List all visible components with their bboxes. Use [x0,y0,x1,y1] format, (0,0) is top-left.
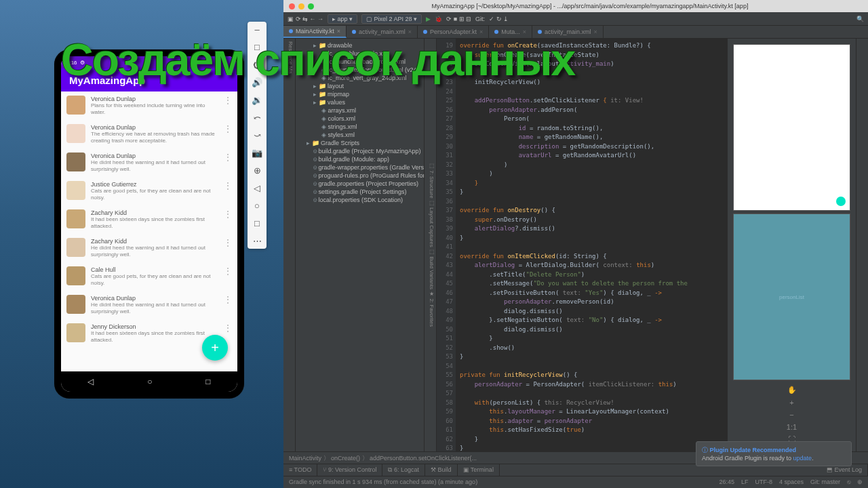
window-titlebar[interactable]: MyAmazingApp [~/Desktop/MyAmazingApp] - … [283,0,868,12]
contact-description: Cats are good pets, for they are clean a… [91,273,218,287]
more-vert-icon[interactable]: ⋮ [224,209,232,230]
tree-item[interactable]: ◈ strings.xml [297,123,422,131]
tree-item[interactable]: ◈ styles.xml [297,131,422,139]
zoom-icon[interactable]: ⊕ [254,165,261,176]
search-icon[interactable]: 🔍 [856,16,864,22]
left-tool-stripe[interactable]: Resource Ma [283,39,296,451]
run-icon[interactable]: ▶ [426,16,431,22]
contact-list[interactable]: Veronica DunlapPlans for this weekend in… [61,92,237,371]
tree-item[interactable]: ⎊ gradle.properties (Project Properties) [297,180,422,188]
structure-stripe[interactable]: ⬚ 7: Structure ⬚ Layout Captures ⬚ Build… [425,39,437,451]
notif-body: Android Gradle Plugin is ready to [702,455,791,462]
list-item[interactable]: Veronica DunlapPlans for this weekend in… [61,92,237,120]
folder-icon: ▸ 📁 [313,99,326,106]
git-icons[interactable]: ✓ ↻ ⤓ [489,16,509,22]
avatar [66,238,85,257]
contact-name: Veronica Dunlap [91,152,218,159]
tree-item[interactable]: ▸ 📁 mipmap [297,90,422,98]
tree-item[interactable]: ◈ colors.xml [297,115,422,123]
tree-item[interactable]: ⎊ gradle-wrapper.properties (Gradle Vers [297,163,422,171]
xml-icon: ◈ [321,107,326,114]
project-tree[interactable]: ▸ 📁 drawable◈ ic_add_blue_24dp.xml◈ ic_l… [296,39,425,451]
tree-item[interactable]: ⎊ proguard-rules.pro (ProGuard Rules for [297,171,422,180]
status-cell[interactable]: 4 spaces [779,479,804,486]
status-cell[interactable]: 26:45 [719,479,734,486]
more-vert-icon[interactable]: ⋮ [224,124,232,144]
bottom-tab[interactable]: ⧉ 6: Logcat [382,464,425,476]
contact-description: It had been sixteen days since the zombi… [91,330,218,344]
rotate-right-icon[interactable]: ⤻ [254,130,261,140]
more-vert-icon[interactable]: ⋮ [224,266,232,287]
add-fab[interactable]: + [202,335,228,361]
more-vert-icon[interactable]: ⋮ [224,152,232,173]
code-content[interactable]: override fun onCreate(savedInstanceState… [456,39,727,451]
camera-icon[interactable]: 📷 [252,148,262,158]
status-cell[interactable]: UTF-8 [755,479,772,486]
tree-item[interactable]: ⎊ build.gradle (Module: app) [297,155,422,163]
toolbar-more[interactable]: ⟳ ■ ⊞ ⊟ [446,16,471,22]
home-icon[interactable]: ○ [254,201,260,211]
git-label[interactable]: Git: [475,16,485,22]
status-message: Gradle sync finished in 1 s 934 ms (from… [289,479,477,486]
list-item[interactable]: Cale HullCats are good pets, for they ar… [61,262,237,291]
code-editor[interactable]: 19 20 21 22 23 24 25 26 27 28 29 30 31 3… [437,39,727,451]
close-window-icon[interactable] [289,3,295,9]
module-selector[interactable]: ▸ app ▾ [328,14,357,24]
bottom-tab[interactable]: ▣ Terminal [458,464,500,476]
contact-name: Justice Gutierrez [91,181,218,188]
bottom-tab[interactable]: ⚒ Build [425,464,458,476]
notification-balloon[interactable]: ⓘ Plugin Update Recommended Android Grad… [696,441,852,466]
bottom-tab[interactable]: ≡ TODO [283,464,317,476]
avatar [66,152,85,171]
minimize-icon[interactable]: – [254,24,259,35]
more-vert-icon[interactable]: ⋮ [224,295,232,315]
video-title-overlay: Создаём список данных [61,34,868,85]
list-item[interactable]: Zachary KiddIt had been sixteen days sin… [61,205,237,234]
ide-toolbar[interactable]: ▣ ⟳ ⇆ ← → ▸ app ▾ ▢ Pixel 2 API 28 ▾ ▶ 🐞… [283,12,868,26]
preview-blueprint[interactable]: personList [733,214,850,380]
bottom-tab[interactable]: ⑂ 9: Version Control [317,464,382,476]
more-icon[interactable]: ⋯ [253,236,262,246]
more-vert-icon[interactable]: ⋮ [224,96,232,116]
tree-item[interactable]: ⎊ local.properties (SDK Location) [297,196,422,204]
maximize-window-icon[interactable] [308,3,314,9]
tree-item[interactable]: ▸ 📁 Gradle Scripts [297,139,422,147]
contact-description: He didnt heed the warning and it had tur… [91,245,218,258]
more-vert-icon[interactable]: ⋮ [224,181,232,201]
status-cell[interactable]: ⎋ [847,479,850,486]
tree-item[interactable]: ⎊ settings.gradle (Project Settings) [297,188,422,196]
tree-item[interactable]: ◈ arrays.xml [297,106,422,115]
notif-link[interactable]: update [793,455,812,462]
home-icon[interactable]: ○ [147,377,152,386]
back-icon[interactable]: ◁ [87,377,94,386]
status-cell[interactable]: ⊕ [857,479,863,486]
list-item[interactable]: Veronica DunlapHe didnt heed the warning… [61,291,237,319]
more-vert-icon[interactable]: ⋮ [224,238,232,258]
tree-item[interactable]: ▸ 📁 values [297,98,422,106]
toolbar-icons[interactable]: ▣ ⟳ ⇆ ← → [288,16,323,22]
contact-name: Jenny Dickerson [91,323,218,330]
minimize-window-icon[interactable] [298,3,304,9]
back-icon[interactable]: ◁ [254,183,260,193]
xml-icon: ◈ [321,115,326,122]
tree-item[interactable]: ⎊ build.gradle (Project: MyAmazingApp) [297,147,422,155]
debug-icon[interactable]: 🐞 [435,16,442,22]
avatar [66,295,85,314]
file-icon [289,29,293,33]
gradle-icon: ⎊ [313,164,317,171]
rotate-left-icon[interactable]: ⤺ [254,113,261,123]
list-item[interactable]: Veronica DunlapHe didnt heed the warning… [61,148,237,177]
list-item[interactable]: Veronica DunlapThe efficiency we have at… [61,120,237,148]
status-cell[interactable]: Git: master [810,479,840,486]
layout-preview[interactable]: personList ✋+−1:1⛶ [727,39,856,451]
overview-icon[interactable]: □ [254,218,260,228]
recent-icon[interactable]: □ [205,377,210,386]
android-nav-bar[interactable]: ◁ ○ □ [61,371,237,392]
list-item[interactable]: Zachary KiddHe didnt heed the warning an… [61,234,237,262]
preview-controls[interactable]: ✋+−1:1⛶ [733,383,850,446]
status-cell[interactable]: LF [741,479,749,486]
device-selector[interactable]: ▢ Pixel 2 API 28 ▾ [361,14,422,24]
list-item[interactable]: Justice GutierrezCats are good pets, for… [61,177,237,205]
right-tool-stripe[interactable] [856,39,868,451]
volume-down-icon[interactable]: 🔉 [252,95,262,105]
